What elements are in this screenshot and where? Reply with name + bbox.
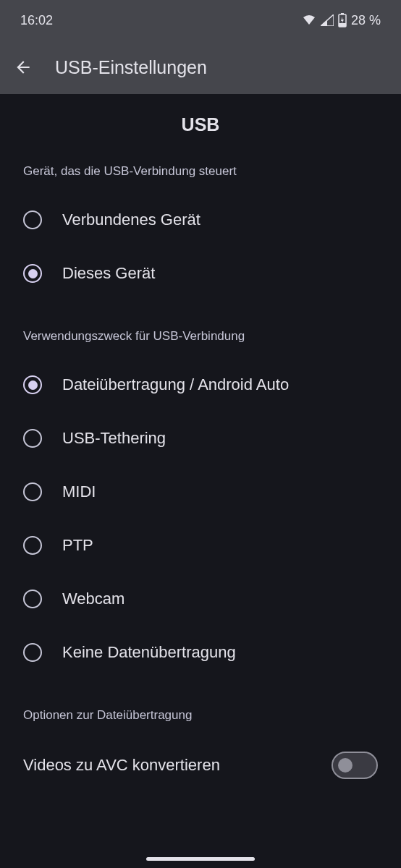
radio-usb-tethering[interactable]: USB-Tethering: [23, 412, 378, 465]
toggle-thumb: [338, 758, 353, 773]
status-time: 16:02: [20, 13, 53, 28]
radio-this-device[interactable]: Dieses Gerät: [23, 247, 378, 300]
toggle-label: Videos zu AVC konvertieren: [23, 756, 220, 775]
page-header: USB: [0, 94, 401, 164]
section-usb-purpose: Verwendungszweck für USB-Verbindung Date…: [0, 329, 401, 679]
radio-icon: [23, 482, 42, 501]
section-usb-controller: Gerät, das die USB-Verbindung steuert Ve…: [0, 164, 401, 300]
status-right: 28 %: [302, 13, 381, 28]
section-label-file-options: Optionen zur Dateiübertragung: [23, 708, 378, 723]
radio-label: Dieses Gerät: [62, 264, 155, 283]
nav-bar-handle[interactable]: [146, 857, 255, 861]
radio-label: Dateiübertragung / Android Auto: [62, 375, 289, 394]
radio-connected-device[interactable]: Verbundenes Gerät: [23, 193, 378, 247]
radio-label: Webcam: [62, 590, 124, 608]
page-title: USB: [0, 114, 401, 135]
toggle-switch[interactable]: [332, 752, 378, 779]
radio-label: USB-Tethering: [62, 429, 166, 448]
battery-icon: [338, 13, 347, 27]
arrow-back-icon: [14, 58, 33, 77]
section-file-transfer-options: Optionen zur Dateiübertragung: [0, 708, 401, 723]
radio-icon: [23, 536, 42, 555]
svg-rect-2: [339, 23, 346, 27]
radio-icon: [23, 375, 42, 394]
radio-icon: [23, 264, 42, 283]
radio-label: Verbundenes Gerät: [62, 210, 200, 229]
radio-icon: [23, 590, 42, 608]
radio-label: MIDI: [62, 482, 96, 501]
radio-icon: [23, 643, 42, 662]
radio-no-data-transfer[interactable]: Keine Datenübertragung: [23, 626, 378, 679]
toggle-row-avc[interactable]: Videos zu AVC konvertieren: [0, 737, 401, 779]
radio-midi[interactable]: MIDI: [23, 465, 378, 519]
section-label-purpose: Verwendungszweck für USB-Verbindung: [23, 329, 378, 344]
radio-ptp[interactable]: PTP: [23, 519, 378, 572]
radio-icon: [23, 210, 42, 229]
radio-label: Keine Datenübertragung: [62, 643, 236, 662]
back-button[interactable]: [13, 57, 33, 77]
wifi-icon: [302, 14, 316, 26]
app-bar-title: USB-Einstellungen: [55, 57, 207, 78]
section-label-controller: Gerät, das die USB-Verbindung steuert: [23, 164, 378, 179]
radio-file-transfer[interactable]: Dateiübertragung / Android Auto: [23, 358, 378, 412]
app-bar: USB-Einstellungen: [0, 41, 401, 94]
status-bar: 16:02 28 %: [0, 0, 401, 41]
battery-percent: 28 %: [351, 13, 381, 28]
radio-label: PTP: [62, 536, 93, 555]
radio-icon: [23, 429, 42, 448]
signal-icon: [321, 14, 334, 26]
radio-webcam[interactable]: Webcam: [23, 572, 378, 626]
